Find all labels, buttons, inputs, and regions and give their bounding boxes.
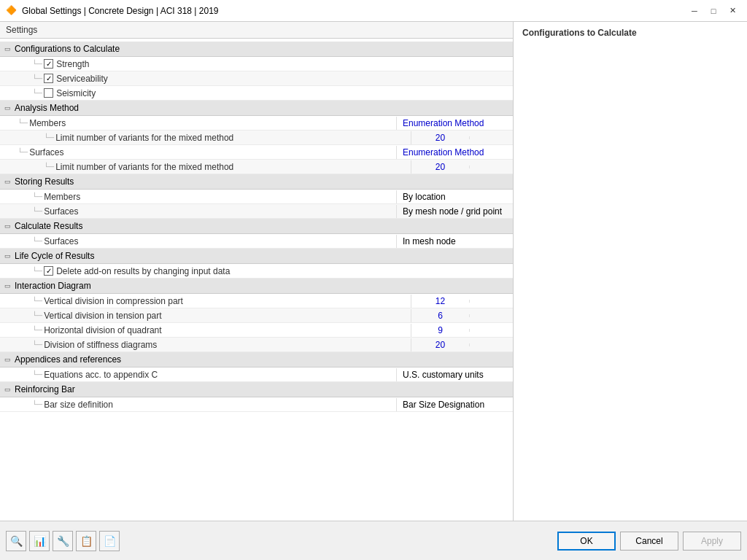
collapse-icon6: ▭ xyxy=(3,281,12,290)
row-surfaces-calculate: └─ Surfaces In mesh node xyxy=(0,234,513,249)
surfaces-calculate-label: └─ Surfaces xyxy=(0,235,396,248)
equations-label: └─ Equations acc. to appendix C xyxy=(0,368,396,381)
members-label: └─ Members xyxy=(0,117,396,130)
search-tool-button[interactable]: 🔍 xyxy=(6,531,26,551)
surfaces-storing-value: By mesh node / grid point xyxy=(396,205,513,218)
vert-compression-label: └─ Vertical division in compression part xyxy=(0,295,411,308)
collapse-icon2: ▭ xyxy=(3,104,12,112)
surfaces-calculate-value: In mesh node xyxy=(396,235,513,248)
collapse-icon8: ▭ xyxy=(3,385,12,394)
document-tool-button[interactable]: 📄 xyxy=(99,531,120,551)
tc7: └─ xyxy=(44,163,54,171)
section-appendices[interactable]: ▭ Appendices and references xyxy=(0,352,513,368)
title-bar: 🔶 Global Settings | Concrete Design | AC… xyxy=(0,0,747,22)
surfaces-limit-empty xyxy=(469,166,513,168)
row-serviceability: └─ ✓ Serviceability xyxy=(0,71,513,86)
tc9: └─ xyxy=(32,207,42,215)
section-reinforcing-bar[interactable]: ▭ Reinforcing Bar xyxy=(0,382,513,397)
enumeration-method-label1: Enumeration Method xyxy=(396,117,513,130)
maximize-button[interactable]: □ xyxy=(705,4,722,18)
division-stiffness-label: └─ Division of stiffness diagrams xyxy=(0,338,411,351)
section-calculate-results[interactable]: ▭ Calculate Results xyxy=(0,219,513,234)
serviceability-checkbox[interactable]: ✓ xyxy=(44,74,53,83)
section-title-reinforcing: Reinforcing Bar xyxy=(15,384,75,394)
tc11: └─ xyxy=(32,267,42,275)
section-life-cycle[interactable]: ▭ Life Cycle of Results xyxy=(0,249,513,264)
row-equations: └─ Equations acc. to appendix C U.S. cus… xyxy=(0,368,513,382)
surfaces-limit-label: └─ Limit number of variants for the mixe… xyxy=(0,160,411,174)
horiz-quadrant-value: 9 xyxy=(411,324,469,337)
strength-checkbox[interactable]: ✓ xyxy=(44,59,53,69)
vert-tension-value: 6 xyxy=(411,309,469,322)
row-horiz-quadrant: └─ Horizontal division of quadrant 9 xyxy=(0,323,513,338)
section-interaction-diagram[interactable]: ▭ Interaction Diagram xyxy=(0,279,513,294)
tree-area: ▭ Configurations to Calculate └─ ✓ Stren… xyxy=(0,39,513,521)
tc5: └─ xyxy=(44,133,54,141)
settings-tool-button[interactable]: 🔧 xyxy=(53,531,73,551)
chart-tool-button[interactable]: 📊 xyxy=(29,531,50,551)
members-limit-label: └─ Limit number of variants for the mixe… xyxy=(0,131,411,144)
tree-connector2: └─ xyxy=(32,74,42,82)
delete-addon-label: └─ ✓ Delete add-on results by changing i… xyxy=(0,265,513,278)
members-limit-value: 20 xyxy=(411,131,469,144)
row-vert-tension: └─ Vertical division in tension part 6 xyxy=(0,308,513,323)
section-title-appendices: Appendices and references xyxy=(15,354,121,365)
surfaces-storing-label: └─ Surfaces xyxy=(0,205,396,218)
close-button[interactable]: ✕ xyxy=(724,4,741,18)
collapse-icon: ▭ xyxy=(3,44,12,53)
collapse-icon4: ▭ xyxy=(3,222,12,230)
section-analysis-method[interactable]: ▭ Analysis Method xyxy=(0,101,513,116)
vert-tension-label: └─ Vertical division in tension part xyxy=(0,309,411,322)
strength-label: └─ ✓ Strength xyxy=(0,58,513,71)
members-limit-empty xyxy=(469,136,513,139)
tc14: └─ xyxy=(32,326,42,334)
row-members-storing: └─ Members By location xyxy=(0,190,513,204)
section-configurations[interactable]: ▭ Configurations to Calculate xyxy=(0,42,513,57)
row-delete-addon: └─ ✓ Delete add-on results by changing i… xyxy=(0,264,513,279)
division-stiffness-value: 20 xyxy=(411,338,469,351)
main-content: Settings ▭ Configurations to Calculate └… xyxy=(0,22,747,521)
window-title: Global Settings | Concrete Design | ACI … xyxy=(22,6,219,16)
row-members-limit: └─ Limit number of variants for the mixe… xyxy=(0,131,513,145)
members-storing-label: └─ Members xyxy=(0,190,396,203)
vert-compression-value: 12 xyxy=(411,295,469,308)
serviceability-label: └─ ✓ Serviceability xyxy=(0,72,513,85)
tc8: └─ xyxy=(32,192,42,201)
minimize-button[interactable]: ─ xyxy=(686,4,703,18)
right-panel: Configurations to Calculate xyxy=(514,22,747,521)
equations-value: U.S. customary units xyxy=(396,368,513,381)
tc15: └─ xyxy=(32,341,42,349)
row-division-stiffness: └─ Division of stiffness diagrams 20 xyxy=(0,338,513,352)
row-bar-size: └─ Bar size definition Bar Size Designat… xyxy=(0,397,513,412)
section-title-configurations: Configurations to Calculate xyxy=(15,44,120,54)
toolbar-left: 🔍 📊 🔧 📋 📄 xyxy=(6,531,120,551)
tc13: └─ xyxy=(32,311,42,319)
row-surfaces-storing: └─ Surfaces By mesh node / grid point xyxy=(0,204,513,219)
seismicity-checkbox[interactable] xyxy=(44,88,53,98)
tc17: └─ xyxy=(32,400,42,408)
section-title-analysis: Analysis Method xyxy=(15,103,79,113)
row-surfaces-header: └─ Surfaces Enumeration Method xyxy=(0,145,513,160)
section-storing-results[interactable]: ▭ Storing Results xyxy=(0,174,513,190)
collapse-icon5: ▭ xyxy=(3,252,12,260)
row-members-header: └─ Members Enumeration Method xyxy=(0,116,513,131)
delete-addon-checkbox[interactable]: ✓ xyxy=(44,266,53,276)
clipboard-tool-button[interactable]: 📋 xyxy=(76,531,96,551)
tree-connector3: └─ xyxy=(32,89,42,97)
tc16: └─ xyxy=(32,370,42,378)
apply-button[interactable]: Apply xyxy=(683,532,741,551)
settings-label: Settings xyxy=(0,22,513,39)
row-seismicity: └─ Seismicity xyxy=(0,86,513,101)
tc12: └─ xyxy=(32,297,42,305)
horiz-quadrant-label: └─ Horizontal division of quadrant xyxy=(0,324,411,337)
row-vert-compression: └─ Vertical division in compression part… xyxy=(0,294,513,308)
enumeration-method-label2: Enumeration Method xyxy=(396,146,513,159)
section-title-storing: Storing Results xyxy=(15,176,74,187)
row-surfaces-limit: └─ Limit number of variants for the mixe… xyxy=(0,160,513,174)
row-strength: └─ ✓ Strength xyxy=(0,57,513,71)
window-controls: ─ □ ✕ xyxy=(686,4,741,18)
cancel-button[interactable]: Cancel xyxy=(620,532,678,551)
tc4: └─ xyxy=(18,119,28,127)
collapse-icon3: ▭ xyxy=(3,177,12,186)
ok-button[interactable]: OK xyxy=(557,532,616,551)
